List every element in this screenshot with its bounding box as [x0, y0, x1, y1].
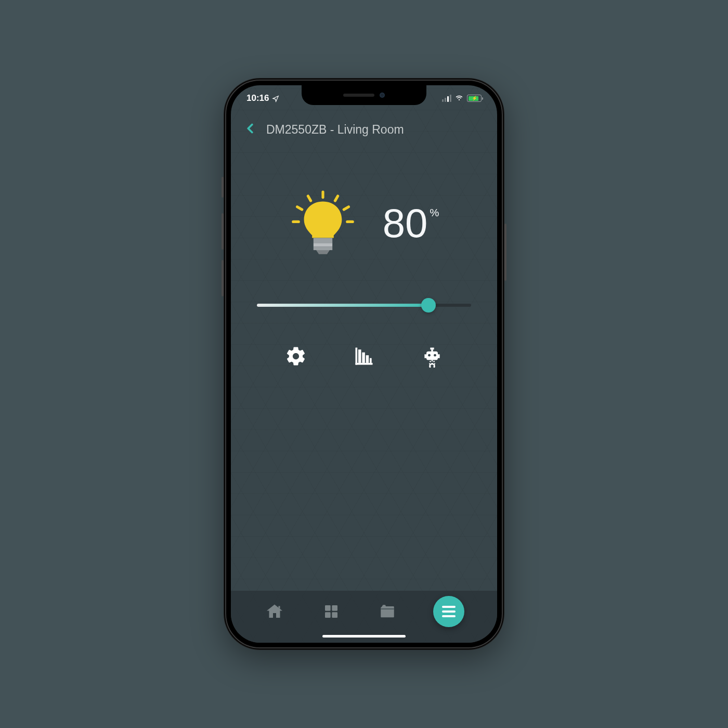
brightness-unit: %	[430, 207, 439, 219]
wifi-icon	[454, 93, 464, 105]
brightness-number: 80	[383, 203, 428, 243]
slider-fill	[257, 304, 428, 307]
svg-rect-10	[355, 348, 357, 365]
menu-button[interactable]	[433, 596, 464, 627]
volume-down-button	[222, 260, 224, 296]
svg-rect-22	[438, 354, 440, 358]
status-right: ⚡	[442, 93, 482, 105]
automation-button[interactable]	[419, 343, 445, 369]
svg-rect-21	[424, 354, 426, 358]
svg-line-4	[308, 196, 310, 201]
location-icon	[272, 95, 279, 102]
svg-line-1	[335, 196, 337, 201]
back-button[interactable]	[242, 121, 258, 138]
svg-rect-14	[366, 355, 369, 363]
svg-rect-25	[332, 605, 337, 611]
svg-rect-15	[370, 358, 372, 363]
slider-track	[257, 304, 471, 307]
screen: 10:16 ⚡	[231, 85, 497, 643]
stats-button[interactable]	[351, 343, 377, 369]
cellular-signal-icon	[442, 95, 451, 102]
speaker	[343, 94, 374, 97]
rooms-tab[interactable]	[320, 601, 342, 622]
settings-button[interactable]	[283, 343, 309, 369]
notch	[302, 85, 426, 105]
power-button	[504, 224, 506, 281]
svg-rect-28	[381, 608, 395, 609]
svg-point-20	[434, 354, 436, 357]
scenes-tab[interactable]	[376, 601, 398, 622]
svg-rect-12	[358, 349, 361, 363]
svg-rect-11	[355, 363, 372, 365]
status-left: 10:16	[246, 93, 279, 103]
svg-rect-16	[426, 352, 438, 360]
svg-point-19	[428, 354, 431, 357]
home-tab[interactable]	[264, 601, 285, 622]
clock: 10:16	[246, 93, 269, 103]
svg-rect-7	[314, 238, 332, 243]
lightbulb-icon	[289, 189, 357, 257]
brightness-display: 80 %	[231, 189, 497, 257]
svg-rect-13	[362, 353, 365, 363]
action-icons	[231, 343, 497, 369]
front-camera	[380, 93, 385, 98]
svg-rect-24	[325, 605, 331, 611]
home-indicator[interactable]	[322, 635, 406, 638]
brightness-slider[interactable]	[257, 304, 471, 307]
svg-rect-26	[325, 612, 331, 618]
phone-frame: 10:16 ⚡	[224, 78, 504, 650]
header: DM2550ZB - Living Room	[231, 111, 497, 142]
svg-line-2	[344, 207, 348, 210]
svg-rect-27	[332, 612, 337, 618]
svg-point-23	[431, 363, 433, 365]
brightness-value: 80 %	[383, 203, 439, 243]
hamburger-icon	[442, 606, 456, 617]
svg-rect-8	[314, 243, 332, 247]
svg-rect-17	[430, 348, 434, 350]
svg-line-5	[297, 207, 302, 210]
silence-switch	[222, 177, 224, 198]
volume-up-button	[222, 213, 224, 250]
slider-thumb[interactable]	[421, 298, 436, 313]
page-title: DM2550ZB - Living Room	[266, 123, 404, 137]
svg-rect-9	[314, 247, 332, 251]
battery-icon: ⚡	[467, 95, 482, 102]
